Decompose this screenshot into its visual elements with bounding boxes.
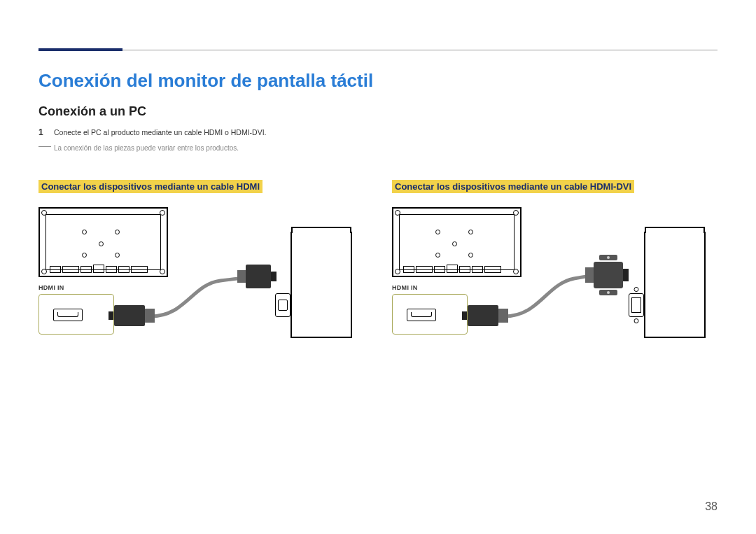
svg-rect-0 bbox=[114, 305, 145, 326]
diagram-hdmi-dvi: HDMI IN bbox=[392, 207, 718, 354]
svg-rect-1 bbox=[145, 309, 155, 323]
page-number: 38 bbox=[705, 500, 718, 513]
svg-rect-5 bbox=[271, 272, 276, 281]
svg-rect-6 bbox=[468, 305, 498, 326]
header-accent bbox=[38, 48, 122, 51]
hdmi-in-label: HDMI IN bbox=[38, 284, 64, 291]
svg-rect-4 bbox=[237, 270, 246, 283]
hdmi-in-callout bbox=[38, 294, 114, 335]
diagram-columns: Conectar los dispositivos mediante un ca… bbox=[38, 180, 718, 354]
footnote-dash bbox=[38, 146, 51, 147]
svg-rect-3 bbox=[246, 265, 271, 288]
page-title: Conexión del monitor de pantalla táctil bbox=[38, 70, 718, 92]
hdmi-in-label: HDMI IN bbox=[392, 284, 418, 291]
svg-point-15 bbox=[607, 291, 610, 294]
hdmi-port-icon bbox=[53, 309, 83, 321]
svg-point-14 bbox=[607, 256, 610, 259]
svg-rect-7 bbox=[498, 309, 508, 323]
manual-page: Conexión del monitor de pantalla táctil … bbox=[0, 0, 756, 534]
header-rule bbox=[38, 50, 718, 50]
heading-hdmi-dvi: Conectar los dispositivos mediante un ca… bbox=[392, 180, 634, 193]
step-number: 1 bbox=[38, 127, 47, 137]
column-hdmi-dvi: Conectar los dispositivos mediante un ca… bbox=[392, 180, 718, 354]
heading-hdmi: Conectar los dispositivos mediante un ca… bbox=[38, 180, 262, 193]
hdmi-port-icon bbox=[407, 309, 436, 321]
column-hdmi: Conectar los dispositivos mediante un ca… bbox=[38, 180, 364, 354]
footnote-text: La conexión de las piezas puede variar e… bbox=[54, 144, 239, 152]
svg-rect-9 bbox=[594, 262, 623, 288]
dvi-connector-icon bbox=[585, 255, 629, 295]
section-subtitle: Conexión a un PC bbox=[38, 104, 718, 119]
diagram-hdmi: HDMI IN bbox=[38, 207, 364, 354]
step-row: 1 Conecte el PC al producto mediante un … bbox=[38, 127, 718, 137]
footnote: La conexión de las piezas puede variar e… bbox=[38, 144, 718, 152]
svg-rect-11 bbox=[623, 269, 629, 281]
step-text: Conecte el PC al producto mediante un ca… bbox=[54, 128, 266, 136]
hdmi-in-callout bbox=[392, 294, 468, 335]
svg-rect-10 bbox=[585, 267, 594, 283]
